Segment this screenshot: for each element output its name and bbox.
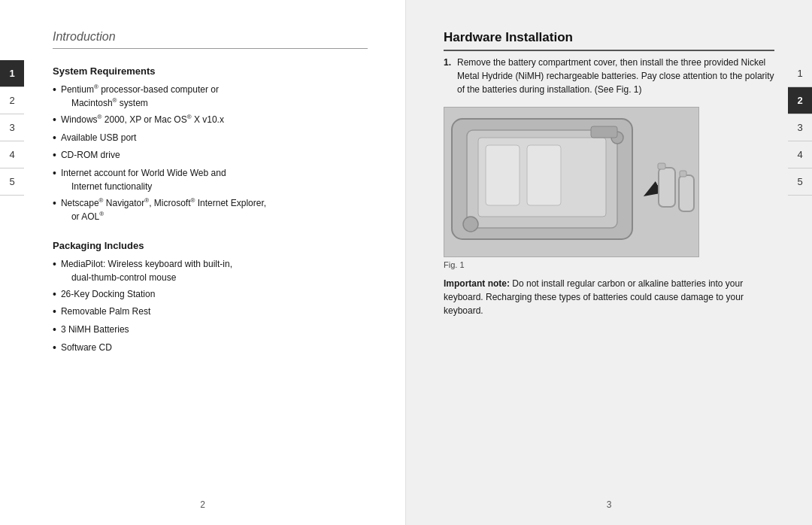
svg-rect-9 — [659, 168, 675, 207]
tab-5-right[interactable]: 5 — [788, 168, 812, 196]
list-item: MediaPilot: Wireless keyboard with built… — [53, 257, 368, 284]
right-side-tabs: 1 2 3 4 5 — [788, 60, 812, 196]
tab-1-left[interactable]: 1 — [0, 60, 24, 87]
list-item: CD-ROM drive — [53, 148, 368, 163]
tab-2-left[interactable]: 2 — [0, 87, 24, 114]
figure-image — [444, 107, 699, 257]
figure-caption: Fig. 1 — [444, 260, 774, 269]
battery-illustration — [444, 108, 699, 257]
tab-5-left[interactable]: 5 — [0, 168, 24, 196]
figure-container: Fig. 1 — [444, 107, 774, 269]
right-page: 1 2 3 4 5 Hardware Installation 1. Remov… — [406, 0, 812, 525]
svg-rect-11 — [679, 175, 694, 211]
left-page-number: 2 — [200, 499, 205, 510]
left-page: 1 2 3 4 5 Introduction System Requiremen… — [0, 0, 406, 525]
list-item: Internet account for World Wide Web andI… — [53, 166, 368, 193]
system-requirements-title: System Requirements — [53, 65, 368, 77]
svg-rect-12 — [680, 171, 686, 177]
svg-rect-3 — [486, 145, 520, 205]
tab-3-right[interactable]: 3 — [788, 114, 812, 141]
right-page-header: Hardware Installation — [444, 30, 774, 51]
tab-4-left[interactable]: 4 — [0, 141, 24, 168]
list-item: Removable Palm Rest — [53, 305, 368, 320]
important-note: Important note: Do not install regular c… — [444, 277, 774, 317]
svg-rect-7 — [591, 126, 617, 138]
list-item: 26-Key Docking Station — [53, 287, 368, 302]
list-item: Available USB port — [53, 131, 368, 146]
list-item: Pentium® processor-based computer orMaci… — [53, 83, 368, 110]
svg-rect-10 — [658, 163, 665, 169]
list-item: Software CD — [53, 341, 368, 356]
svg-point-5 — [463, 217, 478, 232]
tab-2-right[interactable]: 2 — [788, 87, 812, 114]
svg-rect-4 — [527, 145, 561, 205]
packaging-includes-title: Packaging Includes — [53, 240, 368, 251]
tab-1-right[interactable]: 1 — [788, 60, 812, 87]
packaging-includes-list: MediaPilot: Wireless keyboard with built… — [53, 257, 368, 355]
list-item: Netscape® Navigator®, Microsoft® Interne… — [53, 196, 368, 223]
step-1: 1. Remove the battery compartment cover,… — [444, 56, 774, 96]
tab-4-right[interactable]: 4 — [788, 141, 812, 168]
list-item: 3 NiMH Batteries — [53, 323, 368, 338]
left-side-tabs: 1 2 3 4 5 — [0, 60, 24, 196]
left-page-header: Introduction — [53, 30, 368, 49]
right-page-number: 3 — [607, 499, 612, 510]
list-item: Windows® 2000, XP or Mac OS® X v10.x — [53, 113, 368, 128]
system-requirements-list: Pentium® processor-based computer orMaci… — [53, 83, 368, 223]
tab-3-left[interactable]: 3 — [0, 114, 24, 141]
steps-list: 1. Remove the battery compartment cover,… — [444, 56, 774, 96]
